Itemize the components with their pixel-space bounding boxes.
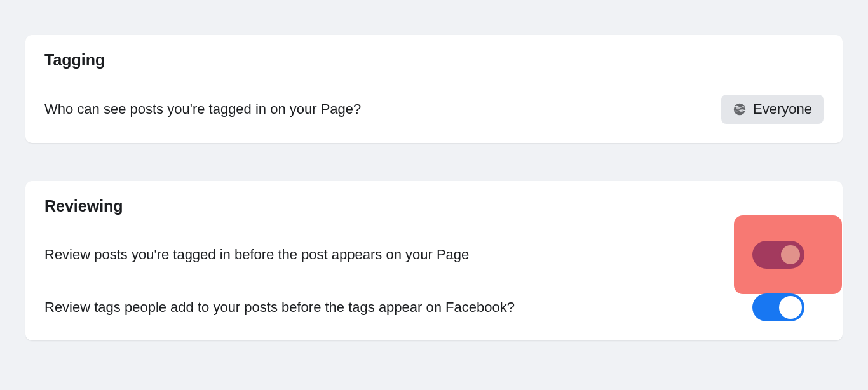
svg-point-0	[734, 104, 745, 115]
tagging-visibility-label: Who can see posts you're tagged in on yo…	[44, 100, 361, 119]
review-tags-row: Review tags people add to your posts bef…	[44, 290, 824, 325]
review-posts-label: Review posts you're tagged in before the…	[44, 245, 469, 264]
reviewing-title: Reviewing	[44, 197, 824, 215]
tagging-visibility-row: Who can see posts you're tagged in on yo…	[44, 91, 824, 127]
tagging-title: Tagging	[44, 51, 824, 69]
svg-point-1	[736, 107, 740, 109]
tagging-card: Tagging Who can see posts you're tagged …	[25, 35, 843, 143]
review-posts-toggle[interactable]	[752, 241, 804, 269]
review-tags-toggle[interactable]	[752, 293, 804, 321]
toggle-knob	[779, 243, 802, 266]
toggle-knob	[779, 296, 802, 319]
review-posts-toggle-wrap	[752, 241, 824, 269]
tagging-visibility-select[interactable]: Everyone	[721, 95, 824, 124]
svg-point-2	[740, 110, 743, 112]
review-posts-row: Review posts you're tagged in before the…	[44, 238, 824, 272]
globe-icon	[733, 102, 747, 116]
tagging-visibility-value: Everyone	[753, 101, 812, 118]
review-tags-label: Review tags people add to your posts bef…	[44, 298, 515, 317]
review-tags-toggle-wrap	[752, 293, 824, 321]
reviewing-card: Reviewing Review posts you're tagged in …	[25, 181, 843, 340]
divider	[44, 281, 824, 281]
